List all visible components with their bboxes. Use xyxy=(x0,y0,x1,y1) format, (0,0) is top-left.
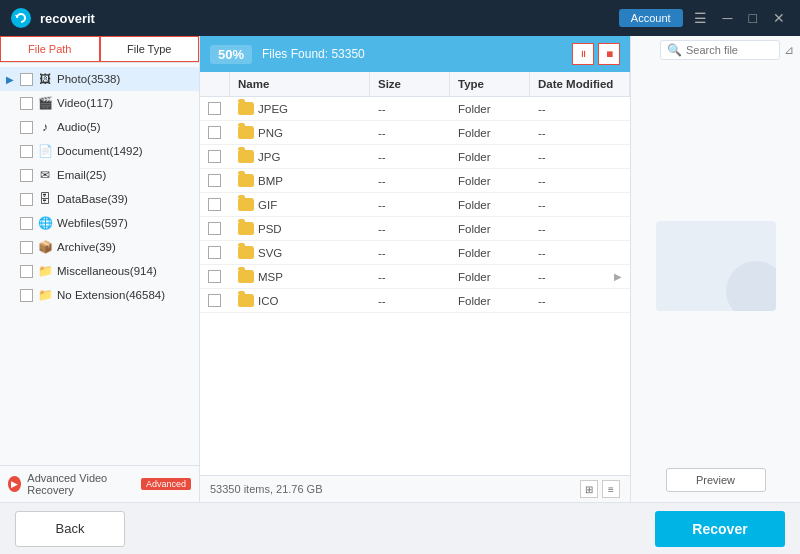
sidebar-item-document[interactable]: 📄 Document(1492) xyxy=(0,139,199,163)
search-icon: 🔍 xyxy=(667,43,682,57)
table-row[interactable]: GIF -- Folder -- xyxy=(200,193,630,217)
tree-checkbox-noextension[interactable] xyxy=(20,289,33,302)
row-checkbox-8[interactable] xyxy=(208,294,221,307)
sidebar-item-photo[interactable]: ▶ 🖼 Photo(3538) xyxy=(0,67,199,91)
row-checkbox-5[interactable] xyxy=(208,222,221,235)
tree-checkbox-photo[interactable] xyxy=(20,73,33,86)
search-input[interactable] xyxy=(686,44,776,56)
sidebar-item-webfiles[interactable]: 🌐 Webfiles(597) xyxy=(0,211,199,235)
tree-icon-document: 📄 xyxy=(37,143,53,159)
row-type-2: Folder xyxy=(450,145,530,168)
filter-icon[interactable]: ⊿ xyxy=(784,43,794,57)
scroll-right-icon: ▶ xyxy=(614,271,622,282)
row-checkbox-cell-3[interactable] xyxy=(200,169,230,192)
table-row[interactable]: JPEG -- Folder -- xyxy=(200,97,630,121)
table-row[interactable]: ICO -- Folder -- xyxy=(200,289,630,313)
row-type-3: Folder xyxy=(450,169,530,192)
row-type-5: Folder xyxy=(450,217,530,240)
row-checkbox-cell-1[interactable] xyxy=(200,121,230,144)
titlebar-left: recoverit xyxy=(10,7,95,29)
tab-filetype[interactable]: File Type xyxy=(100,36,200,62)
tree-checkbox-miscellaneous[interactable] xyxy=(20,265,33,278)
tree-checkbox-webfiles[interactable] xyxy=(20,217,33,230)
sidebar-item-miscellaneous[interactable]: 📁 Miscellaneous(914) xyxy=(0,259,199,283)
tab-filepath[interactable]: File Path xyxy=(0,36,100,62)
sidebar-item-database[interactable]: 🗄 DataBase(39) xyxy=(0,187,199,211)
tree-checkbox-archive[interactable] xyxy=(20,241,33,254)
pause-button[interactable]: ⏸ xyxy=(572,43,594,65)
restore-button[interactable]: □ xyxy=(744,9,762,27)
scan-percent: 50% xyxy=(210,45,252,64)
row-checkbox-cell-6[interactable] xyxy=(200,241,230,264)
sidebar-tree: ▶ 🖼 Photo(3538) 🎬 Video(117) ♪ Audio(5) … xyxy=(0,63,199,465)
close-button[interactable]: ✕ xyxy=(768,9,790,27)
tree-checkbox-audio[interactable] xyxy=(20,121,33,134)
preview-panel: 🔍 ⊿ Preview xyxy=(630,36,800,502)
table-row[interactable]: JPG -- Folder -- xyxy=(200,145,630,169)
row-checkbox-3[interactable] xyxy=(208,174,221,187)
row-checkbox-cell-2[interactable] xyxy=(200,145,230,168)
row-checkbox-6[interactable] xyxy=(208,246,221,259)
preview-button[interactable]: Preview xyxy=(666,468,766,492)
sidebar-item-video[interactable]: 🎬 Video(117) xyxy=(0,91,199,115)
row-checkbox-4[interactable] xyxy=(208,198,221,211)
row-checkbox-7[interactable] xyxy=(208,270,221,283)
view-icons: ⊞ ≡ xyxy=(580,480,620,498)
row-size-7: -- xyxy=(370,265,450,288)
grid-view-button[interactable]: ⊞ xyxy=(580,480,598,498)
table-row[interactable]: PNG -- Folder -- xyxy=(200,121,630,145)
sidebar-item-noextension[interactable]: 📁 No Extension(46584) xyxy=(0,283,199,307)
tree-checkbox-document[interactable] xyxy=(20,145,33,158)
bottom-bar: Back Recover xyxy=(0,502,800,554)
file-table: NameSizeTypeDate Modified JPEG -- Folder… xyxy=(200,72,630,475)
row-name-1: PNG xyxy=(230,121,370,144)
row-name-8: ICO xyxy=(230,289,370,312)
row-checkbox-cell-8[interactable] xyxy=(200,289,230,312)
table-row[interactable]: BMP -- Folder -- xyxy=(200,169,630,193)
advanced-video-recovery[interactable]: ▶ Advanced Video Recovery Advanced xyxy=(8,472,191,496)
row-checkbox-cell-5[interactable] xyxy=(200,217,230,240)
row-checkbox-2[interactable] xyxy=(208,150,221,163)
tree-checkbox-video[interactable] xyxy=(20,97,33,110)
row-name-label-6: SVG xyxy=(258,247,282,259)
row-name-label-0: JPEG xyxy=(258,103,288,115)
row-size-1: -- xyxy=(370,121,450,144)
back-button[interactable]: Back xyxy=(15,511,125,547)
sidebar-item-email[interactable]: ✉ Email(25) xyxy=(0,163,199,187)
recover-button[interactable]: Recover xyxy=(655,511,785,547)
tree-checkbox-database[interactable] xyxy=(20,193,33,206)
sidebar-bottom: ▶ Advanced Video Recovery Advanced xyxy=(0,465,199,502)
menu-button[interactable]: ☰ xyxy=(689,9,712,27)
sidebar-item-audio[interactable]: ♪ Audio(5) xyxy=(0,115,199,139)
table-row[interactable]: SVG -- Folder -- xyxy=(200,241,630,265)
table-row[interactable]: PSD -- Folder -- xyxy=(200,217,630,241)
list-view-button[interactable]: ≡ xyxy=(602,480,620,498)
tree-label-archive: Archive(39) xyxy=(57,241,193,253)
row-checkbox-0[interactable] xyxy=(208,102,221,115)
row-date-0: -- xyxy=(530,97,630,120)
account-button[interactable]: Account xyxy=(619,9,683,27)
row-type-4: Folder xyxy=(450,193,530,216)
folder-icon-6 xyxy=(238,246,254,259)
row-checkbox-1[interactable] xyxy=(208,126,221,139)
advanced-badge: Advanced xyxy=(141,478,191,490)
row-type-6: Folder xyxy=(450,241,530,264)
row-checkbox-cell-0[interactable] xyxy=(200,97,230,120)
minimize-button[interactable]: ─ xyxy=(718,9,738,27)
tree-label-database: DataBase(39) xyxy=(57,193,193,205)
table-body: JPEG -- Folder -- PNG -- Folder -- JPG -… xyxy=(200,97,630,313)
row-date-3: -- xyxy=(530,169,630,192)
row-type-8: Folder xyxy=(450,289,530,312)
svg-point-0 xyxy=(11,8,31,28)
search-box[interactable]: 🔍 xyxy=(660,40,780,60)
row-checkbox-cell-4[interactable] xyxy=(200,193,230,216)
row-name-5: PSD xyxy=(230,217,370,240)
sidebar-item-archive[interactable]: 📦 Archive(39) xyxy=(0,235,199,259)
app-title: recoverit xyxy=(40,11,95,26)
tree-checkbox-email[interactable] xyxy=(20,169,33,182)
stop-button[interactable]: ⏹ xyxy=(598,43,620,65)
row-checkbox-cell-7[interactable] xyxy=(200,265,230,288)
folder-icon-0 xyxy=(238,102,254,115)
table-row[interactable]: MSP -- Folder -- ▶ xyxy=(200,265,630,289)
row-size-4: -- xyxy=(370,193,450,216)
